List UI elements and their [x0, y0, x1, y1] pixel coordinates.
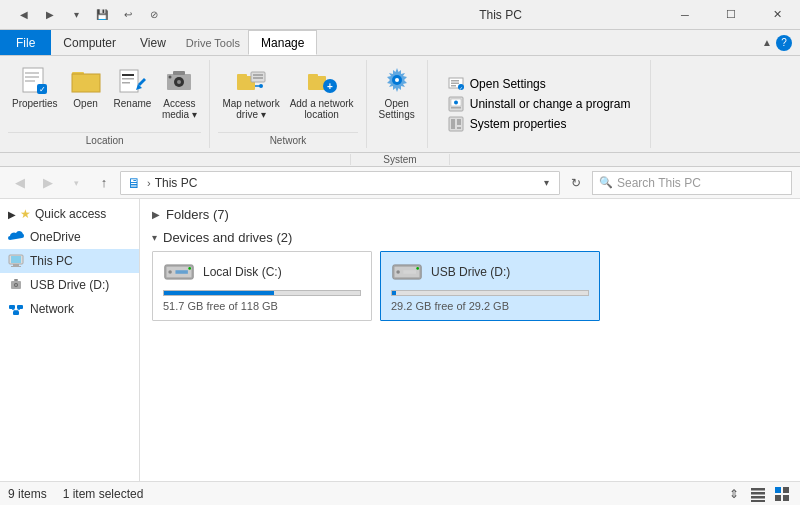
svg-rect-3 — [25, 80, 35, 82]
svg-point-65 — [396, 270, 400, 274]
local-disk-bar-fill — [164, 291, 274, 295]
local-disk-free: 51.7 GB free of 118 GB — [163, 300, 361, 312]
svg-point-51 — [15, 284, 17, 286]
up-button[interactable]: ↑ — [92, 171, 116, 195]
svg-point-62 — [188, 267, 191, 270]
tab-manage[interactable]: Manage — [248, 30, 317, 55]
local-disk-name: Local Disk (C:) — [203, 265, 282, 279]
this-pc-label: This PC — [30, 254, 73, 268]
uninstall-button[interactable]: ✓ Open Settings — [444, 74, 635, 94]
svg-rect-46 — [11, 256, 21, 263]
tab-drive-tools[interactable]: Drive Tools — [178, 30, 248, 55]
svg-rect-54 — [17, 305, 23, 309]
sidebar-item-network[interactable]: Network — [0, 297, 139, 321]
usb-drive-header: USB Drive (D:) — [391, 260, 589, 284]
maximize-button[interactable]: ☐ — [708, 0, 754, 30]
map-network-button[interactable]: Map networkdrive ▾ — [218, 60, 283, 124]
window-title: This PC — [339, 8, 662, 22]
svg-rect-43 — [457, 119, 461, 125]
open-label: Open — [73, 98, 97, 109]
content-area: ▶ Folders (7) ▾ Devices and drives (2) — [140, 199, 800, 481]
usb-drive-item[interactable]: USB Drive (D:) 29.2 GB free of 29.2 GB — [380, 251, 600, 321]
sidebar-item-this-pc[interactable]: This PC — [0, 249, 139, 273]
redo-qa-btn[interactable]: ⊘ — [142, 3, 166, 27]
svg-rect-66 — [403, 270, 415, 274]
address-chevron-icon[interactable]: ▾ — [540, 177, 553, 188]
details-view-button[interactable] — [748, 484, 768, 504]
settings-icon — [381, 64, 413, 96]
quick-access-label: Quick access — [35, 207, 106, 221]
sidebar-item-onedrive[interactable]: OneDrive — [0, 225, 139, 249]
svg-rect-2 — [25, 76, 39, 78]
undo-qa-btn[interactable]: ↩ — [116, 3, 140, 27]
tab-view[interactable]: View — [128, 30, 178, 55]
usb-drive-icon — [391, 260, 423, 284]
manage-button[interactable]: System properties — [444, 114, 635, 134]
svg-point-60 — [168, 270, 172, 274]
tiles-view-button[interactable] — [772, 484, 792, 504]
search-placeholder: Search This PC — [617, 176, 701, 190]
drives-section-header[interactable]: ▾ Devices and drives (2) — [152, 230, 788, 245]
help-button[interactable]: ? — [776, 35, 792, 51]
ribbon-help-area: ▲ ? — [754, 30, 800, 55]
sidebar: ▶ ★ Quick access OneDrive This PC — [0, 199, 140, 481]
svg-rect-21 — [253, 74, 263, 76]
rename-button[interactable]: Rename — [110, 60, 156, 113]
svg-rect-39 — [451, 107, 461, 109]
svg-rect-42 — [451, 119, 455, 129]
svg-rect-52 — [14, 279, 18, 281]
access-media-icon — [163, 64, 195, 96]
forward-qa-btn[interactable]: ▶ — [38, 3, 62, 27]
save-qa-btn[interactable]: 💾 — [90, 3, 114, 27]
search-bar[interactable]: 🔍 Search This PC — [592, 171, 792, 195]
svg-rect-33 — [451, 83, 459, 85]
open-icon — [70, 64, 102, 96]
tab-file[interactable]: File — [0, 30, 51, 55]
add-network-button[interactable]: + Add a networklocation — [286, 60, 358, 124]
quick-access-header[interactable]: ▶ ★ Quick access — [0, 203, 139, 225]
sidebar-item-usb[interactable]: USB Drive (D:) — [0, 273, 139, 297]
access-media-button[interactable]: Accessmedia ▾ — [157, 60, 201, 124]
minimize-button[interactable]: ─ — [662, 0, 708, 30]
svg-point-15 — [177, 80, 181, 84]
folders-section-header[interactable]: ▶ Folders (7) — [152, 207, 788, 222]
svg-rect-44 — [457, 127, 461, 129]
map-network-label: Map networkdrive ▾ — [222, 98, 279, 120]
svg-line-57 — [16, 309, 20, 311]
rename-label: Rename — [114, 98, 152, 109]
map-network-icon — [235, 64, 267, 96]
open-settings-button[interactable]: OpenSettings — [375, 60, 419, 130]
network-label: Network — [30, 302, 74, 316]
svg-rect-55 — [13, 311, 19, 315]
down-qa-btn[interactable]: ▾ — [64, 3, 88, 27]
location-buttons: ✓ Properties Open — [8, 60, 201, 132]
collapse-ribbon-btn[interactable]: ▲ — [762, 37, 772, 48]
properties-button[interactable]: ✓ Properties — [8, 60, 62, 113]
move-icon[interactable]: ⇕ — [724, 484, 744, 504]
open-button[interactable]: Open — [64, 60, 108, 113]
local-disk-bar-bg — [163, 290, 361, 296]
local-disk-icon — [163, 260, 195, 284]
svg-text:✓: ✓ — [459, 85, 463, 91]
onedrive-label: OneDrive — [30, 230, 81, 244]
system-props-label: Uninstall or change a program — [470, 97, 631, 111]
system-commands: ✓ Open Settings Uninstall or change a pr… — [436, 60, 643, 148]
close-button[interactable]: ✕ — [754, 0, 800, 30]
status-bar: 9 items 1 item selected ⇕ — [0, 481, 800, 505]
svg-text:✓: ✓ — [38, 85, 45, 94]
properties-label: Properties — [12, 98, 58, 109]
recent-locations-button[interactable]: ▾ — [64, 171, 88, 195]
back-button[interactable]: ◀ — [8, 171, 32, 195]
back-qa-btn[interactable]: ◀ — [12, 3, 36, 27]
svg-text:+: + — [327, 81, 333, 92]
svg-rect-73 — [783, 487, 789, 493]
address-bar[interactable]: 🖥 › This PC ▾ — [120, 171, 560, 195]
folders-chevron: ▶ — [152, 209, 160, 220]
forward-button[interactable]: ▶ — [36, 171, 60, 195]
system-properties-button[interactable]: Uninstall or change a program — [444, 94, 635, 114]
window-controls: ─ ☐ ✕ — [662, 0, 800, 30]
tab-computer[interactable]: Computer — [51, 30, 128, 55]
local-disk-item[interactable]: Local Disk (C:) 51.7 GB free of 118 GB — [152, 251, 372, 321]
svg-rect-12 — [122, 82, 130, 84]
refresh-button[interactable]: ↻ — [564, 171, 588, 195]
